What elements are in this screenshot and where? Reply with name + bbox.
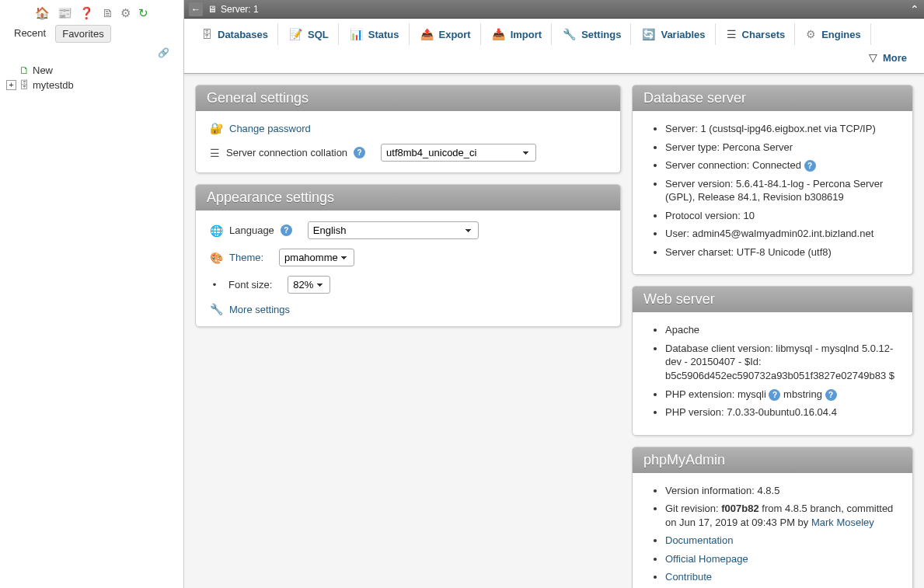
tab-engines[interactable]: ⚙Engines <box>797 23 871 45</box>
help-icon[interactable]: ? <box>769 389 780 401</box>
help-icon[interactable]: ? <box>825 389 837 401</box>
logout-icon[interactable]: 📰 <box>58 6 72 20</box>
info-version: Version information: 4.8.5 <box>665 484 898 498</box>
lock-icon: 🔐 <box>210 122 223 134</box>
database-tree: 🗋 New + 🗄 mytestdb <box>0 60 183 588</box>
web-server-title: Web server <box>633 287 912 312</box>
database-icon: 🗄 <box>19 79 30 91</box>
help-icon[interactable]: ? <box>281 224 292 236</box>
chevron-down-icon: ▽ <box>869 51 877 64</box>
info-user: User: admin45@walmyadmin02.int.bizland.n… <box>665 227 898 241</box>
tree-mytestdb[interactable]: + 🗄 mytestdb <box>6 78 177 92</box>
database-server-panel: Database server Server: 1 (custsql-ipg46… <box>632 85 913 275</box>
info-server: Server: 1 (custsql-ipg46.eigbox.net via … <box>665 122 898 136</box>
tab-recent[interactable]: Recent <box>8 25 52 43</box>
collapse-up-icon[interactable]: ⌃ <box>910 3 919 16</box>
homepage-link[interactable]: Official Homepage <box>665 553 748 565</box>
status-icon: 📊 <box>350 28 363 40</box>
tree-new-label: New <box>33 64 53 76</box>
sidebar-tabs: Recent Favorites <box>0 23 183 46</box>
settings-gear-icon[interactable]: ⚙ <box>120 6 131 20</box>
info-protocol: Protocol version: 10 <box>665 209 898 223</box>
appearance-settings-title: Appearance settings <box>196 185 620 210</box>
tab-more[interactable]: ▽More <box>859 47 916 68</box>
tab-status[interactable]: 📊Status <box>340 23 410 45</box>
language-select[interactable]: English <box>308 221 479 239</box>
info-charset: Server charset: UTF-8 Unicode (utf8) <box>665 245 898 259</box>
tab-favorites[interactable]: Favorites <box>55 25 110 43</box>
tab-sql[interactable]: 📝SQL <box>280 23 339 45</box>
contribute-link[interactable]: Contribute <box>665 571 712 583</box>
collation-label: Server connection collation <box>226 147 347 158</box>
variables-icon: 🔄 <box>642 28 655 40</box>
theme-label[interactable]: Theme: <box>229 252 263 263</box>
navigation-panel: 🏠 📰 ❓ 🗎 ⚙ ↻ Recent Favorites 🔗 🗋 New + 🗄… <box>0 0 184 588</box>
collation-icon: ☰ <box>210 147 220 159</box>
git-author-link[interactable]: Mark Moseley <box>811 517 874 528</box>
sidebar-toolbar: 🏠 📰 ❓ 🗎 ⚙ ↻ <box>0 0 183 23</box>
databases-icon: 🗄 <box>201 28 212 40</box>
tab-import[interactable]: 📥Import <box>483 23 552 45</box>
general-settings-title: General settings <box>196 85 620 111</box>
reload-icon[interactable]: ↻ <box>138 6 148 20</box>
phpmyadmin-title: phpMyAdmin <box>633 447 912 473</box>
server-breadcrumb[interactable]: Server: 1 <box>221 4 259 15</box>
main-panel: ← 🖥 Server: 1 ⌃ 🗄Databases 📝SQL 📊Status … <box>184 0 924 588</box>
fontsize-label: Font size: <box>228 279 272 291</box>
charsets-icon: ☰ <box>727 28 737 40</box>
tab-settings[interactable]: 🔧Settings <box>553 23 631 45</box>
info-php-ext: PHP extension: mysqli ? mbstring ? <box>665 388 898 402</box>
bullet-icon <box>210 279 222 291</box>
docs-icon[interactable]: ❓ <box>79 6 94 20</box>
more-settings-link[interactable]: More settings <box>229 304 290 315</box>
new-db-icon: 🗋 <box>19 64 30 76</box>
info-php-version: PHP version: 7.0.33-0ubuntu0.16.04.4 <box>665 405 898 419</box>
info-client: Database client version: libmysql - mysq… <box>665 342 898 383</box>
documentation-link[interactable]: Documentation <box>665 534 733 546</box>
expand-icon[interactable]: + <box>6 80 16 90</box>
phpmyadmin-panel: phpMyAdmin Version information: 4.8.5 Gi… <box>632 447 913 588</box>
theme-select[interactable]: pmahomme <box>279 249 354 266</box>
wrench-icon: 🔧 <box>563 28 576 40</box>
sql-tab-icon: 📝 <box>289 28 302 40</box>
import-icon: 📥 <box>492 28 505 40</box>
help-icon[interactable]: ? <box>804 160 816 172</box>
sql-icon[interactable]: 🗎 <box>102 6 113 19</box>
wrench-small-icon: 🔧 <box>210 303 223 315</box>
server-icon: 🖥 <box>207 4 217 15</box>
language-icon: 🌐 <box>210 224 223 237</box>
info-connection: Server connection: Connected ? <box>665 158 898 172</box>
appearance-settings-panel: Appearance settings 🌐 Language ? English… <box>195 184 621 327</box>
home-icon[interactable]: 🏠 <box>35 6 50 20</box>
tab-variables[interactable]: 🔄Variables <box>633 23 715 45</box>
collation-select[interactable]: utf8mb4_unicode_ci <box>381 144 536 162</box>
content-area: General settings 🔐 Change password ☰ Ser… <box>184 74 924 588</box>
tree-db-label: mytestdb <box>33 79 74 91</box>
web-server-panel: Web server Apache Database client versio… <box>632 286 913 435</box>
database-server-title: Database server <box>633 85 912 111</box>
back-arrow-icon[interactable]: ← <box>189 2 203 16</box>
fontsize-select[interactable]: 82% <box>288 276 330 294</box>
tab-databases[interactable]: 🗄Databases <box>192 23 278 45</box>
general-settings-panel: General settings 🔐 Change password ☰ Ser… <box>195 85 621 173</box>
info-server-type: Server type: Percona Server <box>665 141 898 155</box>
export-icon: 📤 <box>420 28 434 40</box>
breadcrumb-bar: ← 🖥 Server: 1 ⌃ <box>184 0 924 19</box>
info-git: Git revision: f007b82 from 4.8.5 branch,… <box>665 502 898 529</box>
theme-icon: 🎨 <box>210 252 223 264</box>
info-apache: Apache <box>665 323 898 337</box>
top-tabs: 🗄Databases 📝SQL 📊Status 📤Export 📥Import … <box>184 19 924 74</box>
tab-charsets[interactable]: ☰Charsets <box>717 23 796 45</box>
tab-export[interactable]: 📤Export <box>411 23 481 45</box>
change-password-link[interactable]: Change password <box>229 123 311 134</box>
engines-icon: ⚙ <box>806 28 816 40</box>
language-label: Language <box>229 224 274 236</box>
link-icon[interactable]: 🔗 <box>0 46 183 60</box>
info-version: Server version: 5.6.41-84.1-log - Percon… <box>665 177 898 204</box>
help-icon[interactable]: ? <box>354 147 365 158</box>
tree-new[interactable]: 🗋 New <box>6 63 177 78</box>
